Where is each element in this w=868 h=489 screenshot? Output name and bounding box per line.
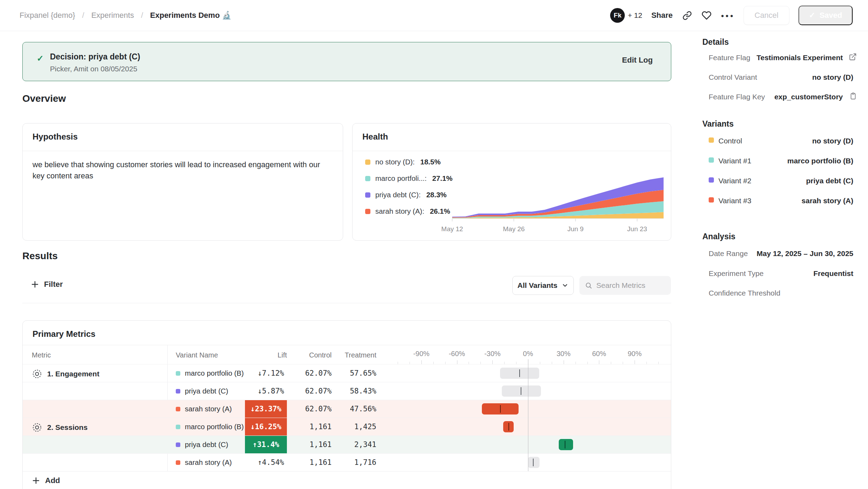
hypothesis-body[interactable]: we believe that showing customer stories…: [32, 159, 323, 182]
axis-label: -60%: [449, 350, 465, 358]
add-filter-button[interactable]: Filter: [31, 280, 63, 289]
point-estimate-tick: [500, 405, 501, 413]
breadcrumb-separator: /: [82, 11, 84, 20]
detail-label: Feature Flag Key: [709, 93, 765, 101]
analysis-label: Confidence Threshold: [709, 289, 780, 297]
breadcrumb-experiments[interactable]: Experiments: [91, 11, 134, 20]
detail-label: Feature Flag: [709, 54, 750, 62]
point-estimate-tick: [565, 441, 565, 448]
variant-name: priya debt (C): [185, 387, 228, 395]
treatment-value: 1,716: [336, 454, 376, 471]
variants-dropdown[interactable]: All Variants: [512, 276, 574, 295]
analysis-value: May 12, 2025 – Jun 30, 2025: [757, 249, 853, 258]
lift-cell: ↑4.54%: [245, 454, 287, 471]
table-row[interactable]: priya debt (C) ↓5.87% 62.07% 58.43%: [23, 382, 671, 400]
confidence-interval-bar: [528, 457, 540, 468]
metric-name: 1. Engagement: [47, 370, 99, 378]
treatment-value: 58.43%: [336, 382, 376, 400]
plus-icon: [31, 280, 39, 289]
search-metrics-input[interactable]: [596, 281, 665, 290]
variant-name: marco portfolio (B): [185, 369, 244, 377]
lift-value: ↓23.37%: [245, 400, 287, 418]
zero-baseline: [528, 359, 528, 471]
primary-metrics-card: Primary Metrics Metric Variant Name Lift…: [22, 320, 671, 489]
legend-value: 18.5%: [420, 158, 441, 166]
variant-color-chip: [176, 442, 180, 447]
variant-label: Variant #2: [718, 177, 751, 185]
confidence-interval-bar: [482, 403, 519, 414]
col-variant: Variant Name: [176, 351, 218, 359]
avatar[interactable]: Fk: [610, 8, 625, 23]
variant-row-3: Variant #3 sarah story (A): [702, 191, 863, 211]
variant-label: Variant #1: [718, 157, 751, 165]
variant-color-chip: [709, 137, 714, 143]
favorite-icon[interactable]: [701, 10, 712, 21]
detail-value: no story (D): [812, 73, 853, 82]
external-link-icon[interactable]: [849, 53, 857, 61]
detail-label: Control Variant: [709, 73, 757, 82]
confidence-interval-bar: [559, 439, 573, 450]
analysis-value: Frequentist: [813, 269, 853, 278]
breadcrumb-current: Experiments Demo 🔬: [150, 11, 232, 20]
variant-label: Control: [718, 137, 742, 145]
table-row[interactable]: priya debt (C) ↑31.4% 1,161 2,341: [23, 435, 671, 453]
variant-cell: sarah story (A): [176, 400, 232, 418]
point-estimate-tick: [521, 387, 521, 395]
breadcrumb-project[interactable]: Fixpanel {demo}: [20, 11, 75, 20]
saved-label: Saved: [819, 11, 842, 20]
variant-color-chip: [365, 192, 370, 198]
analysis-row-date-range: Date Range May 12, 2025 – Jun 30, 2025: [702, 244, 863, 263]
health-stacked-area-chart: May 12May 26Jun 9Jun 23: [452, 175, 664, 235]
primary-metrics-title: Primary Metrics: [32, 329, 95, 339]
share-button[interactable]: Share: [651, 11, 673, 20]
lift-value: ↓5.87%: [245, 382, 287, 400]
metric-group-engagement[interactable]: 1. Engagement: [32, 369, 99, 379]
lift-value: ↓7.12%: [245, 364, 287, 382]
legend-value: 28.3%: [426, 191, 447, 199]
table-row[interactable]: 2. Sessions marco portfolio (B) ↓16.25% …: [23, 418, 671, 435]
metric-group-sessions[interactable]: 2. Sessions: [32, 422, 88, 433]
copy-link-icon[interactable]: [682, 10, 692, 21]
table-row[interactable]: sarah story (A) ↑4.54% 1,161 1,716: [23, 453, 671, 471]
svg-text:Jun 23: Jun 23: [627, 225, 647, 233]
variant-value: marco portfolio (B): [787, 157, 853, 165]
search-metrics-box[interactable]: [579, 276, 671, 295]
breadcrumb-separator: /: [141, 11, 143, 20]
saved-button[interactable]: ✓ Saved: [798, 6, 853, 25]
lift-cell: ↓7.12%: [245, 364, 287, 382]
variant-color-chip: [176, 407, 180, 411]
variant-value: priya debt (C): [806, 177, 853, 185]
svg-text:May 26: May 26: [503, 225, 525, 233]
table-row[interactable]: 1. Engagement marco portfolio (B) ↓7.12%…: [23, 364, 671, 382]
edit-log-button[interactable]: Edit Log: [622, 56, 653, 65]
col-control: Control: [294, 351, 332, 359]
target-icon: [32, 422, 42, 433]
variant-cell: marco portfolio (B): [176, 418, 244, 435]
variant-row-2: Variant #2 priya debt (C): [702, 171, 863, 191]
more-options-icon[interactable]: ●●●: [721, 13, 735, 19]
breadcrumb: Fixpanel {demo} / Experiments / Experime…: [20, 11, 231, 20]
control-value: 62.07%: [294, 364, 332, 382]
table-row[interactable]: sarah story (A) ↓23.37% 62.07% 47.56%: [23, 400, 671, 418]
confidence-interval-bar: [500, 368, 539, 379]
details-sidebar: Details Feature Flag Testimonials Experi…: [702, 31, 863, 489]
svg-text:May 12: May 12: [441, 225, 463, 233]
lift-cell: ↓23.37%: [245, 400, 287, 418]
legend-label: priya debt (C):: [375, 191, 421, 199]
axis-label: 30%: [557, 350, 571, 358]
variant-name: sarah story (A): [185, 405, 232, 413]
details-section-title: Details: [702, 37, 729, 47]
point-estimate-tick: [519, 369, 520, 377]
confidence-interval-bar: [502, 385, 541, 397]
add-metric-button[interactable]: Add: [32, 476, 60, 485]
axis-label: 90%: [628, 350, 642, 358]
target-icon: [32, 369, 42, 379]
collaborator-count[interactable]: + 12: [628, 11, 642, 20]
variant-cell: marco portfolio (B): [176, 364, 244, 382]
detail-value[interactable]: Testimonials Experiment: [757, 54, 843, 62]
axis-label: -30%: [484, 350, 501, 358]
control-value: 62.07%: [294, 400, 332, 418]
cancel-button[interactable]: Cancel: [744, 6, 789, 25]
copy-icon[interactable]: [849, 92, 857, 100]
health-card: Health no story (D): 18.5% marco portfol…: [352, 123, 671, 241]
